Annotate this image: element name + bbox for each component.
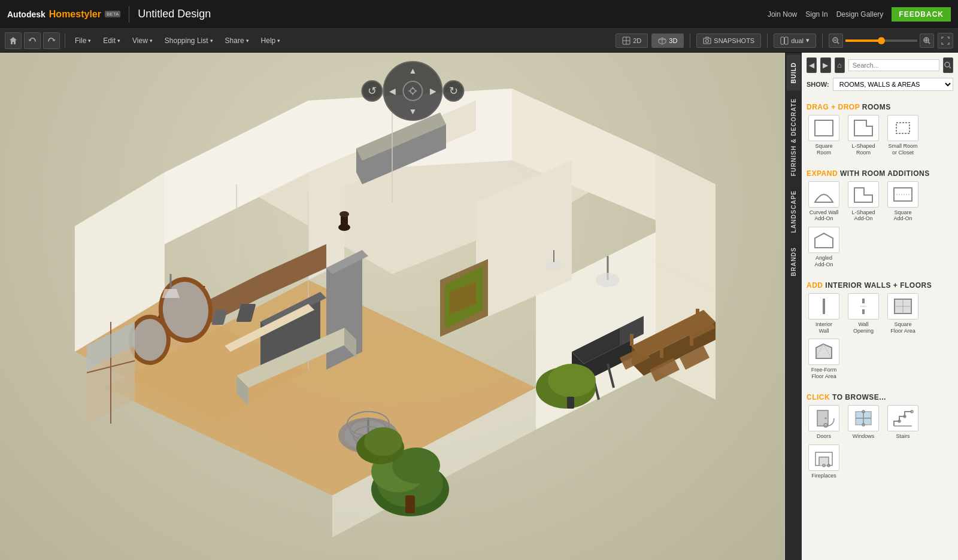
- panel-forward-button[interactable]: ▶: [820, 57, 830, 73]
- small-room-card[interactable]: Small Roomor Closet: [886, 115, 920, 156]
- autodesk-label: Autodesk: [7, 10, 46, 19]
- svg-point-95: [339, 211, 349, 217]
- interior-wall-card[interactable]: InteriorWall: [807, 293, 841, 334]
- home-button[interactable]: [5, 32, 22, 49]
- panel-home-button[interactable]: ⌂: [835, 57, 845, 73]
- square-addon-card[interactable]: SquareAdd-On: [886, 181, 920, 223]
- square-floor-card[interactable]: SquareFloor Area: [886, 293, 920, 334]
- curved-wall-card[interactable]: Curved WallAdd-On: [807, 181, 841, 223]
- pan-down-button[interactable]: ▼: [407, 105, 419, 117]
- pan-left-button[interactable]: ◀: [386, 85, 398, 97]
- vtab-build[interactable]: BUILD: [787, 55, 801, 91]
- pan-up-button[interactable]: ▲: [407, 65, 419, 77]
- l-shaped-room-card[interactable]: L-ShapedRoom: [846, 115, 881, 156]
- file-menu[interactable]: File▾: [70, 34, 96, 47]
- vtab-brands[interactable]: BRANDS: [787, 240, 801, 284]
- svg-point-102: [596, 273, 620, 287]
- panel-search-button[interactable]: [943, 57, 953, 73]
- pan-right-button[interactable]: ▶: [427, 85, 439, 97]
- canvas[interactable]: ↺ ▲ ▼ ◀ ▶ ↻: [0, 53, 784, 560]
- help-menu[interactable]: Help▾: [256, 34, 286, 47]
- svg-rect-5: [704, 38, 711, 44]
- navigation-controls: ↺ ▲ ▼ ◀ ▶ ↻: [361, 61, 464, 121]
- vtab-landscape[interactable]: LANDSCAPE: [787, 183, 801, 240]
- square-floor-label: SquareFloor Area: [890, 321, 915, 334]
- toolbar-right: 2D 3D SNAPSHOTS dual▾: [616, 33, 953, 48]
- snapshots-button[interactable]: SNAPSHOTS: [696, 34, 761, 48]
- panel-header: ◀ ▶ ⌂: [807, 57, 953, 73]
- small-room-icon: [887, 115, 918, 141]
- show-dropdown[interactable]: ROOMS, WALLS & AREAS FLOOR PLAN ALL ITEM…: [833, 78, 953, 91]
- svg-point-91: [548, 364, 596, 397]
- beta-badge: BETA: [105, 11, 120, 17]
- join-now-link[interactable]: Join Now: [768, 10, 797, 19]
- design-gallery-link[interactable]: Design Gallery: [836, 10, 884, 19]
- svg-marker-100: [545, 262, 562, 269]
- toolbar-separator-2: [690, 34, 690, 48]
- panel-search-input[interactable]: [848, 59, 939, 71]
- fullscreen-button[interactable]: [938, 33, 953, 48]
- svg-rect-112: [815, 120, 833, 136]
- vtab-furnish[interactable]: FURNISH & DECORATE: [787, 91, 801, 184]
- 2d-view-button[interactable]: 2D: [616, 34, 648, 48]
- windows-icon: [848, 405, 879, 431]
- square-room-label: SquareRoom: [815, 143, 832, 156]
- panel-content: ◀ ▶ ⌂ SHOW: ROOMS, WALLS & AREAS FLOOR P…: [802, 53, 958, 560]
- svg-rect-8: [785, 37, 789, 44]
- undo-button[interactable]: [24, 32, 41, 49]
- interior-wall-label: InteriorWall: [815, 321, 832, 334]
- wall-opening-label: WallOpening: [853, 321, 874, 334]
- show-select-wrap: SHOW: ROOMS, WALLS & AREAS FLOOR PLAN AL…: [807, 78, 953, 91]
- doors-card[interactable]: Doors: [807, 405, 841, 440]
- dual-view-button[interactable]: dual▾: [774, 34, 816, 48]
- expand-items-grid: Curved WallAdd-On L-ShapedAdd-On: [807, 181, 953, 268]
- svg-rect-7: [781, 37, 784, 44]
- zoom-bar: [829, 34, 934, 48]
- freeform-floor-card[interactable]: Free-FormFloor Area: [807, 339, 841, 380]
- svg-point-6: [706, 39, 709, 42]
- redo-button[interactable]: [43, 32, 60, 49]
- square-addon-label: SquareAdd-On: [893, 209, 912, 223]
- wall-opening-icon: [848, 293, 879, 319]
- windows-card[interactable]: Windows: [846, 405, 881, 440]
- svg-marker-60: [162, 289, 180, 298]
- l-shaped-addon-card[interactable]: L-ShapedAdd-On: [846, 181, 881, 223]
- svg-point-105: [410, 89, 415, 93]
- wall-opening-card[interactable]: WallOpening: [846, 293, 881, 334]
- curved-wall-icon: [808, 181, 839, 208]
- zoom-out-button[interactable]: [829, 34, 843, 48]
- brand-divider: [129, 6, 129, 23]
- toolbar-separator-3: [767, 34, 768, 48]
- zoom-in-button[interactable]: [920, 34, 934, 48]
- angled-addon-card[interactable]: AngledAdd-On: [807, 227, 841, 268]
- square-room-card[interactable]: SquareRoom: [807, 115, 841, 156]
- windows-label: Windows: [853, 433, 875, 440]
- fireplaces-card[interactable]: Fireplaces: [807, 445, 841, 479]
- homestyler-label: Homestyler: [49, 9, 101, 20]
- rotate-right-button[interactable]: ↻: [442, 80, 464, 102]
- topbar-right: Join Now Sign In Design Gallery FEEDBACK: [768, 7, 951, 22]
- toolbar-separator-4: [822, 34, 823, 48]
- feedback-button[interactable]: FEEDBACK: [892, 7, 951, 22]
- section-walls: ADD INTERIOR WALLS + FLOORS: [807, 281, 953, 290]
- curved-wall-label: Curved WallAdd-On: [810, 209, 839, 223]
- walls-items-grid: InteriorWall WallOpening: [807, 293, 953, 380]
- zoom-slider[interactable]: [845, 39, 917, 42]
- square-room-icon: [808, 115, 839, 141]
- rotate-left-button[interactable]: ↺: [361, 80, 383, 102]
- pan-center[interactable]: [402, 81, 423, 101]
- panel-back-button[interactable]: ◀: [807, 57, 817, 73]
- shopping-list-menu[interactable]: Shopping List▾: [160, 34, 218, 47]
- freeform-floor-icon: [808, 339, 839, 365]
- edit-menu[interactable]: Edit▾: [98, 34, 125, 47]
- pan-ring[interactable]: ▲ ▼ ◀ ▶: [383, 61, 442, 121]
- svg-point-110: [945, 62, 950, 67]
- stairs-icon: [887, 405, 918, 431]
- svg-rect-113: [896, 123, 910, 133]
- stairs-card[interactable]: Stairs: [886, 405, 920, 440]
- 3d-view-button[interactable]: 3D: [651, 34, 684, 48]
- view-menu[interactable]: View▾: [128, 34, 157, 47]
- svg-rect-69: [405, 495, 415, 513]
- sign-in-link[interactable]: Sign In: [805, 10, 827, 19]
- share-menu[interactable]: Share▾: [220, 34, 254, 47]
